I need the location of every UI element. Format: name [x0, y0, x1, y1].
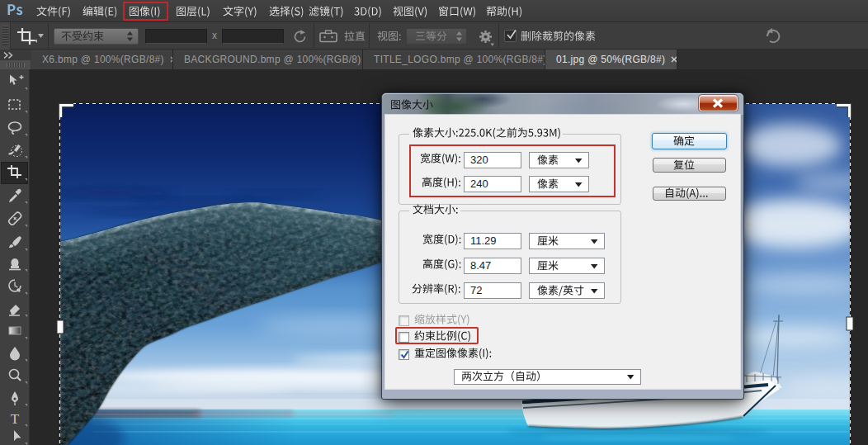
svg-text:T: T	[11, 411, 20, 427]
